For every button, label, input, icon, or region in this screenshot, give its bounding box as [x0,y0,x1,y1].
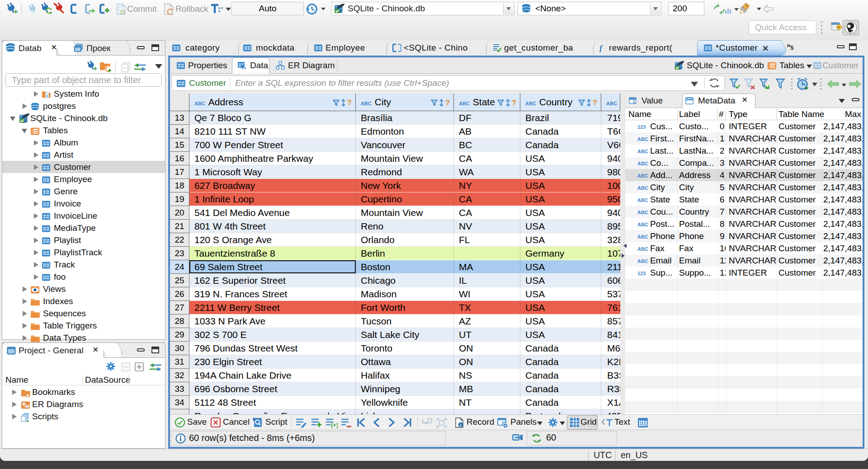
svg-text:<>: <> [241,66,246,70]
svg-text:(+): (+) [331,422,338,428]
svg-text:i: i [460,423,461,428]
svg-text:+: + [838,24,840,30]
